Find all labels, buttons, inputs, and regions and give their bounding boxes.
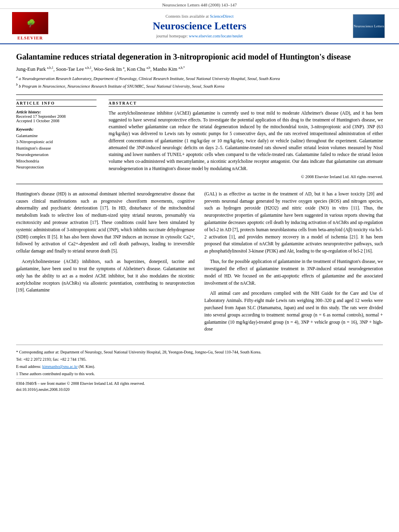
page-wrapper: Neuroscience Letters 448 (2008) 143–147 … xyxy=(0,0,399,392)
doi-value: doi:10.1016/j.neulet.2008.10.020 xyxy=(16,387,70,392)
email-link[interactable]: kimmanho@snu.ac.kr xyxy=(42,364,78,369)
affil-b-text: b Program in Neuroscience, Neuroscience … xyxy=(19,84,224,88)
keyword-3: Huntington's disease xyxy=(16,145,97,152)
history-label: Article history: xyxy=(16,110,97,114)
accepted-date: Accepted 1 October 2008 xyxy=(16,119,97,123)
journal-title: Neuroscience Letters xyxy=(52,20,347,32)
body-para-4: Thus, for the possible application of ga… xyxy=(204,258,383,287)
elsevier-label: ELSEVIER xyxy=(17,35,43,40)
article-info-col: ARTICLE INFO Article history: Received 1… xyxy=(16,100,97,179)
cover-icon: Neuroscience Letters xyxy=(354,24,384,28)
journal-top-bar: Neuroscience Letters 448 (2008) 143–147 xyxy=(0,0,399,9)
body-para-1: Huntington's disease (HD) is an autosoma… xyxy=(16,191,195,255)
abstract-col: ABSTRACT The acetylcholinesterase inhibi… xyxy=(109,100,383,179)
body-col-1: Huntington's disease (HD) is an autosoma… xyxy=(16,191,195,336)
keywords-section: Keywords: Galantamine 3-Nitropropionic a… xyxy=(16,127,97,171)
tel-fax: Tel: +82 2 2072 2193; fax: +82 2 744 178… xyxy=(16,356,383,362)
keyword-5: Mitochondria xyxy=(16,158,97,164)
affiliation-a: a a Neurodegeneration Research Laborator… xyxy=(16,75,383,82)
corresponding-author: * Corresponding author at: Department of… xyxy=(16,349,383,355)
journal-citation: Neuroscience Letters 448 (2008) 143–147 xyxy=(162,2,237,7)
article-info-header: ARTICLE INFO xyxy=(16,100,97,107)
logo-tree-icon: 🌳 xyxy=(26,19,35,28)
affiliation-b: b b Program in Neuroscience, Neuroscienc… xyxy=(16,82,383,89)
author-sup-d: a,b xyxy=(146,66,150,70)
elsevier-logo: 🌳 ELSEVIER xyxy=(8,12,52,40)
keyword-1: Galantamine xyxy=(16,133,97,139)
author-sup-c: a xyxy=(123,66,125,70)
sciencedirect-link[interactable]: ScienceDirect xyxy=(210,14,234,18)
journal-cover-thumbnail: Neuroscience Letters xyxy=(353,14,385,38)
affiliations: a a Neurodegeneration Research Laborator… xyxy=(16,75,383,89)
copyright-line: © 2008 Elsevier Ireland Ltd. All rights … xyxy=(109,175,383,179)
affil-sup-b: b xyxy=(16,83,18,86)
doi-line: 0304-3940/$ – see front matter © 2008 El… xyxy=(16,378,383,392)
article-title-section: Galantamine reduces striatal degeneratio… xyxy=(16,44,383,95)
author-sup-e: a,b,* xyxy=(179,66,185,70)
article-history: Article history: Received 17 September 2… xyxy=(16,110,97,123)
affil-a-text: a Neurodegeneration Research Laboratory,… xyxy=(19,76,280,81)
homepage-url[interactable]: www.elsevier.com/locate/neulet xyxy=(189,34,243,38)
article-title: Galantamine reduces striatal degeneratio… xyxy=(16,51,383,62)
body-para-5: All animal care and procedures complied … xyxy=(204,290,383,333)
article-info-abstract-section: ARTICLE INFO Article history: Received 1… xyxy=(16,95,383,184)
body-columns: Huntington's disease (HD) is an autosoma… xyxy=(16,184,383,343)
received-date: Received 17 September 2008 xyxy=(16,114,97,119)
author-sup-b: a,b,1 xyxy=(85,66,92,70)
keyword-6: Neuroprotection xyxy=(16,164,97,170)
sciencedirect-text: Contents lists available at xyxy=(165,14,209,18)
journal-banner-center: Contents lists available at ScienceDirec… xyxy=(52,14,347,38)
journal-banner-right: Neuroscience Letters xyxy=(347,14,391,38)
abstract-text: The acetylcholinesterase inhibitor (AChE… xyxy=(109,110,383,172)
logo-box: 🌳 xyxy=(12,12,48,34)
abstract-header: ABSTRACT xyxy=(109,100,383,107)
equal-contrib: 1 These authors contributed equally to t… xyxy=(16,371,383,377)
elsevier-logo-section: 🌳 ELSEVIER xyxy=(8,12,52,40)
body-para-2: Acetylcholinesterase (AChE) inhibitors, … xyxy=(16,258,195,294)
email-suffix: (M. Kim). xyxy=(79,364,95,369)
email-line: E-mail address: kimmanho@snu.ac.kr (M. K… xyxy=(16,364,383,370)
body-para-3: (GAL) is as effective as tacrine in the … xyxy=(204,191,383,255)
journal-homepage-line: journal homepage: www.elsevier.com/locat… xyxy=(52,34,347,38)
homepage-text: journal homepage: xyxy=(156,34,187,38)
sciencedirect-line: Contents lists available at ScienceDirec… xyxy=(52,14,347,18)
main-content: Galantamine reduces striatal degeneratio… xyxy=(0,44,399,392)
keyword-4: Neurodegeneration xyxy=(16,152,97,158)
keyword-2: 3-Nitropropionic acid xyxy=(16,139,97,145)
keywords-label: Keywords: xyxy=(16,127,97,131)
email-label: E-mail address: xyxy=(16,364,41,369)
author-sup-a: a,b,1 xyxy=(47,66,53,70)
doi-text: 0304-3940/$ – see front matter © 2008 El… xyxy=(16,381,145,386)
footnotes-section: * Corresponding author at: Department of… xyxy=(16,345,383,392)
affil-sup-a: a xyxy=(16,75,18,79)
body-col-2: (GAL) is as effective as tacrine in the … xyxy=(204,191,383,336)
article-authors: Jung-Eun Park a,b,1, Soon-Tae Lee a,b,1,… xyxy=(16,66,383,72)
journal-banner: 🌳 ELSEVIER Contents lists available at S… xyxy=(0,9,399,44)
